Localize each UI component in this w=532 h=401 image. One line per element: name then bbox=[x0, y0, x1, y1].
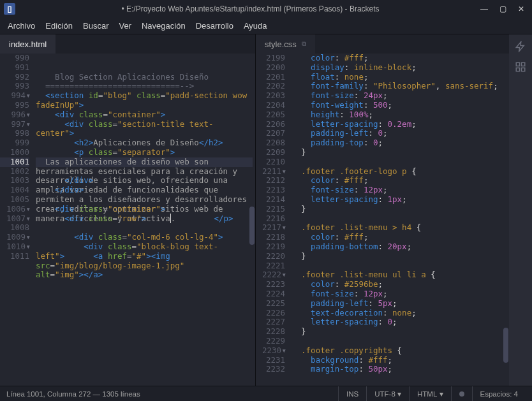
menu-navegación[interactable]: Navegación bbox=[142, 21, 186, 31]
svg-rect-1 bbox=[522, 62, 525, 66]
right-toolbar bbox=[509, 34, 532, 386]
tab-style-css[interactable]: style.css ⧉ bbox=[256, 34, 315, 54]
svg-rect-2 bbox=[516, 68, 519, 71]
svg-rect-0 bbox=[516, 62, 519, 66]
tab-strip: index.html style.css ⧉ ✕ bbox=[0, 34, 532, 54]
menu-ayuda[interactable]: Ayuda bbox=[244, 21, 267, 31]
menu-archivo[interactable]: Archivo bbox=[8, 21, 35, 31]
scrollbar-right[interactable] bbox=[503, 54, 509, 386]
split-icon: ⧉ bbox=[302, 40, 306, 48]
indent-setting[interactable]: Espacios: 4 bbox=[472, 386, 526, 401]
window-title: • E:/Proyecto Web Apuntes/eStartup/index… bbox=[20, 4, 480, 13]
menu-edición[interactable]: Edición bbox=[45, 21, 73, 31]
scrollbar-left[interactable] bbox=[249, 54, 255, 386]
live-preview-icon[interactable] bbox=[515, 41, 526, 52]
tab-index-html[interactable]: index.html bbox=[0, 34, 55, 54]
menu-ver[interactable]: Ver bbox=[119, 21, 131, 31]
minimize-button[interactable]: — bbox=[480, 4, 488, 13]
titlebar: • E:/Proyecto Web Apuntes/eStartup/index… bbox=[0, 0, 532, 18]
svg-rect-3 bbox=[522, 68, 525, 71]
tab-label: style.css bbox=[265, 40, 297, 49]
app-icon bbox=[4, 3, 15, 15]
extensions-icon[interactable] bbox=[515, 61, 526, 73]
menubar: ArchivoEdiciónBuscarVerNavegaciónDesarro… bbox=[0, 18, 532, 34]
menu-desarrollo[interactable]: Desarrollo bbox=[196, 21, 233, 31]
encoding[interactable]: UTF-8 ▾ bbox=[366, 386, 409, 401]
status-dot-icon bbox=[459, 391, 464, 397]
statusbar: Línea 1001, Columna 272 — 1305 líneas IN… bbox=[0, 386, 532, 401]
maximize-button[interactable]: ▢ bbox=[499, 4, 506, 13]
insert-mode[interactable]: INS bbox=[338, 386, 366, 401]
editor-left[interactable]: 990991992993994▾995996▾997▾9989991000100… bbox=[0, 54, 256, 386]
editor-right[interactable]: 2199220022012202220322042205220622072208… bbox=[256, 54, 532, 386]
language-mode[interactable]: HTML ▾ bbox=[409, 386, 451, 401]
cursor-position[interactable]: Línea 1001, Columna 272 — 1305 líneas bbox=[6, 390, 338, 398]
lint-status[interactable] bbox=[451, 386, 472, 401]
close-button[interactable]: ✕ bbox=[518, 4, 524, 13]
menu-buscar[interactable]: Buscar bbox=[83, 21, 108, 31]
